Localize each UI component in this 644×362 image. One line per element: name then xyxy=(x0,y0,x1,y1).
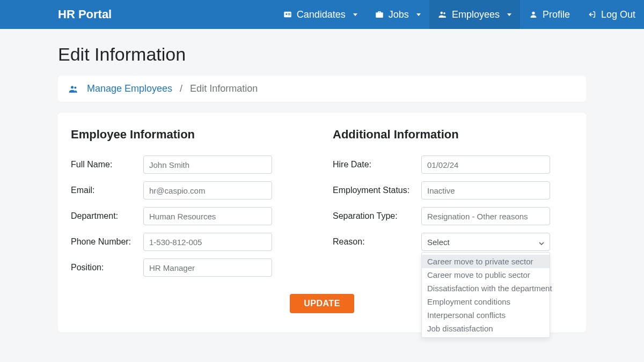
svg-point-6 xyxy=(532,12,535,14)
page-title: Edit Information xyxy=(58,44,586,65)
email-input[interactable] xyxy=(143,181,272,200)
nav-candidates[interactable]: Candidates xyxy=(274,0,366,29)
employment-status-label: Employment Status: xyxy=(333,186,421,195)
full-name-input[interactable] xyxy=(143,156,272,174)
reason-option[interactable]: Dissatisfaction with the department xyxy=(422,282,550,295)
phone-input[interactable] xyxy=(143,233,272,251)
hire-date-label: Hire Date: xyxy=(333,160,421,169)
position-input[interactable] xyxy=(143,258,272,277)
chevron-down-icon xyxy=(539,238,544,247)
navbar: HR Portal Candidates Jobs Employees xyxy=(0,0,644,29)
reason-dropdown: Career move to private sector Career mov… xyxy=(421,252,550,338)
nav-profile-label: Profile xyxy=(543,9,570,20)
department-label: Department: xyxy=(71,211,143,221)
users-icon xyxy=(438,10,448,19)
user-icon xyxy=(529,10,538,19)
update-button[interactable]: UPDATE xyxy=(290,294,354,313)
briefcase-icon xyxy=(375,10,384,19)
position-label: Position: xyxy=(71,263,143,272)
nav-jobs[interactable]: Jobs xyxy=(366,0,429,29)
reason-selected-value: Select xyxy=(427,238,450,247)
reason-option[interactable]: Interpersonal conflicts xyxy=(422,308,550,322)
svg-rect-3 xyxy=(288,14,291,15)
separation-type-input[interactable] xyxy=(421,207,550,225)
reason-option[interactable]: Career move to private sector xyxy=(422,255,550,268)
nav-profile[interactable]: Profile xyxy=(520,0,579,29)
employee-info-title: Employee Information xyxy=(71,128,311,142)
breadcrumb-current: Edit Information xyxy=(190,83,258,94)
reason-option[interactable]: Employment conditions xyxy=(422,295,550,308)
svg-point-7 xyxy=(71,86,74,88)
chevron-down-icon xyxy=(416,13,421,16)
nav-logout[interactable]: Log Out xyxy=(579,0,644,29)
additional-info-title: Additional Information xyxy=(333,128,573,142)
svg-point-8 xyxy=(74,86,76,88)
phone-label: Phone Number: xyxy=(71,237,143,247)
additional-info-section: Additional Information Hire Date: Employ… xyxy=(333,128,573,284)
reason-label: Reason: xyxy=(333,237,421,247)
employment-status-input[interactable] xyxy=(421,181,550,200)
logout-icon xyxy=(587,10,597,19)
id-card-icon xyxy=(283,10,292,19)
svg-point-1 xyxy=(286,13,287,15)
department-input[interactable] xyxy=(143,207,272,225)
nav-employees-label: Employees xyxy=(452,9,500,20)
reason-option[interactable]: Job dissatisfaction xyxy=(422,322,550,335)
employee-info-section: Employee Information Full Name: Email: D… xyxy=(71,128,311,284)
chevron-down-icon xyxy=(507,13,511,16)
reason-option[interactable]: Career move to public sector xyxy=(422,268,550,282)
full-name-label: Full Name: xyxy=(71,160,143,169)
users-icon xyxy=(68,84,79,94)
brand[interactable]: HR Portal xyxy=(58,8,274,21)
main-container: Edit Information Manage Employees / Edit… xyxy=(58,29,586,333)
breadcrumb: Manage Employees / Edit Information xyxy=(58,76,586,102)
nav-items: Candidates Jobs Employees Profile xyxy=(274,0,644,29)
chevron-down-icon xyxy=(353,13,357,16)
svg-point-4 xyxy=(440,12,443,14)
breadcrumb-separator: / xyxy=(180,83,182,94)
svg-rect-2 xyxy=(288,13,291,14)
nav-employees[interactable]: Employees xyxy=(429,0,520,29)
form-card: Employee Information Full Name: Email: D… xyxy=(58,113,586,333)
svg-point-5 xyxy=(443,12,445,14)
breadcrumb-manage-employees[interactable]: Manage Employees xyxy=(87,83,172,94)
hire-date-input[interactable] xyxy=(421,156,550,174)
separation-type-label: Separation Type: xyxy=(333,211,421,221)
reason-select[interactable]: Select xyxy=(421,233,550,251)
nav-logout-label: Log Out xyxy=(601,9,635,20)
nav-jobs-label: Jobs xyxy=(389,9,409,20)
nav-candidates-label: Candidates xyxy=(297,9,346,20)
email-label: Email: xyxy=(71,186,143,195)
